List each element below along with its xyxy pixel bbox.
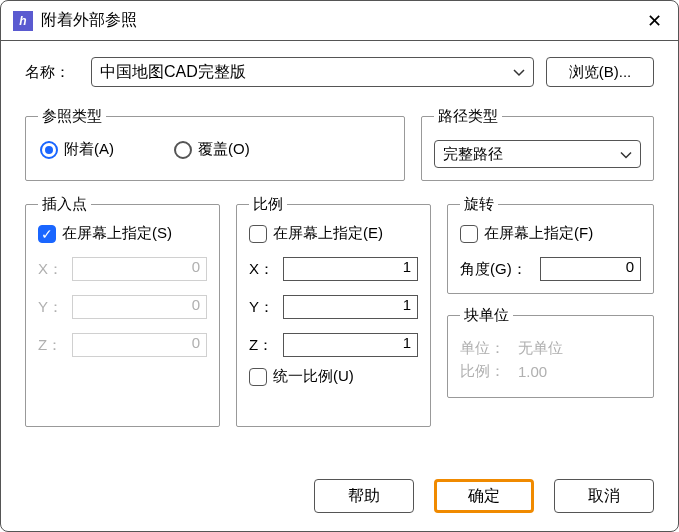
browse-button-label: 浏览(B)... [569, 63, 632, 82]
uniform-scale-label: 统一比例(U) [273, 367, 354, 386]
angle-input[interactable]: 0 [540, 257, 641, 281]
block-unit-unit-value: 无单位 [518, 339, 563, 358]
overlay-radio-label: 覆盖(O) [198, 140, 250, 159]
angle-label: 角度(G)： [460, 260, 534, 279]
insert-x-row: X： 0 [38, 257, 207, 281]
title-bar: h 附着外部参照 ✕ [1, 1, 678, 41]
app-icon: h [13, 11, 33, 31]
scale-legend: 比例 [249, 195, 287, 214]
ok-button[interactable]: 确定 [434, 479, 534, 513]
close-icon[interactable]: ✕ [642, 9, 666, 33]
rotate-onscreen-label: 在屏幕上指定(F) [484, 224, 593, 243]
path-type-value: 完整路径 [443, 145, 503, 164]
block-unit-group: 块单位 单位： 无单位 比例： 1.00 [447, 306, 654, 398]
rotate-onscreen-checkbox[interactable]: 在屏幕上指定(F) [460, 224, 641, 243]
insert-y-row: Y： 0 [38, 295, 207, 319]
scale-group: 比例 在屏幕上指定(E) X： 1 Y： 1 Z： [236, 195, 431, 427]
scale-x-row: X： 1 [249, 257, 418, 281]
scale-x-input[interactable]: 1 [283, 257, 418, 281]
scale-onscreen-label: 在屏幕上指定(E) [273, 224, 383, 243]
scale-z-input[interactable]: 1 [283, 333, 418, 357]
insert-x-label: X： [38, 260, 66, 279]
window-title: 附着外部参照 [41, 10, 642, 31]
block-unit-unit-row: 单位： 无单位 [460, 339, 641, 358]
checkbox-icon: ✓ [38, 225, 56, 243]
attach-radio-label: 附着(A) [64, 140, 114, 159]
scale-onscreen-checkbox[interactable]: 在屏幕上指定(E) [249, 224, 418, 243]
ok-button-label: 确定 [468, 486, 500, 507]
angle-row: 角度(G)： 0 [460, 257, 641, 281]
scale-z-row: Z： 1 [249, 333, 418, 357]
block-unit-scale-row: 比例： 1.00 [460, 362, 641, 381]
path-type-legend: 路径类型 [434, 107, 502, 126]
help-button[interactable]: 帮助 [314, 479, 414, 513]
insert-column: 插入点 ✓ 在屏幕上指定(S) X： 0 Y： 0 Z： [25, 195, 220, 427]
path-type-group: 路径类型 完整路径 [421, 107, 654, 181]
overlay-radio[interactable]: 覆盖(O) [174, 140, 250, 159]
scale-z-label: Z： [249, 336, 277, 355]
dialog-body: 名称： 中国地图CAD完整版 浏览(B)... 参照类型 附着(A) [1, 41, 678, 465]
reference-type-group: 参照类型 附着(A) 覆盖(O) [25, 107, 405, 181]
insert-point-legend: 插入点 [38, 195, 91, 214]
insert-y-label: Y： [38, 298, 66, 317]
insert-onscreen-checkbox[interactable]: ✓ 在屏幕上指定(S) [38, 224, 207, 243]
name-row: 名称： 中国地图CAD完整版 浏览(B)... [25, 57, 654, 87]
reference-type-legend: 参照类型 [38, 107, 106, 126]
scale-y-input[interactable]: 1 [283, 295, 418, 319]
name-select[interactable]: 中国地图CAD完整版 [91, 57, 534, 87]
block-unit-unit-label: 单位： [460, 339, 508, 358]
attach-radio[interactable]: 附着(A) [40, 140, 114, 159]
checkbox-icon [249, 225, 267, 243]
path-type-select[interactable]: 完整路径 [434, 140, 641, 168]
chevron-down-icon [620, 146, 632, 163]
cancel-button[interactable]: 取消 [554, 479, 654, 513]
insert-z-input: 0 [72, 333, 207, 357]
checkbox-icon [460, 225, 478, 243]
rotate-column: 旋转 在屏幕上指定(F) 角度(G)： 0 块单位 单位： 无单位 [447, 195, 654, 427]
block-unit-scale-value: 1.00 [518, 363, 547, 380]
insert-y-input: 0 [72, 295, 207, 319]
main-groups-row: 插入点 ✓ 在屏幕上指定(S) X： 0 Y： 0 Z： [25, 195, 654, 427]
reference-type-options: 附着(A) 覆盖(O) [38, 136, 392, 161]
top-groups-row: 参照类型 附着(A) 覆盖(O) 路径类型 完整路径 [25, 107, 654, 181]
scale-x-label: X： [249, 260, 277, 279]
block-unit-scale-label: 比例： [460, 362, 508, 381]
rotate-group: 旋转 在屏幕上指定(F) 角度(G)： 0 [447, 195, 654, 294]
insert-z-row: Z： 0 [38, 333, 207, 357]
checkbox-icon [249, 368, 267, 386]
rotate-legend: 旋转 [460, 195, 498, 214]
name-select-value: 中国地图CAD完整版 [100, 62, 246, 83]
scale-y-row: Y： 1 [249, 295, 418, 319]
help-button-label: 帮助 [348, 486, 380, 507]
block-unit-legend: 块单位 [460, 306, 513, 325]
insert-onscreen-label: 在屏幕上指定(S) [62, 224, 172, 243]
insert-x-input: 0 [72, 257, 207, 281]
radio-icon [40, 141, 58, 159]
uniform-scale-checkbox[interactable]: 统一比例(U) [249, 367, 418, 386]
dialog-window: h 附着外部参照 ✕ 名称： 中国地图CAD完整版 浏览(B)... 参照类型 [0, 0, 679, 532]
footer: 帮助 确定 取消 [1, 465, 678, 531]
scale-column: 比例 在屏幕上指定(E) X： 1 Y： 1 Z： [236, 195, 431, 427]
chevron-down-icon [513, 63, 525, 81]
insert-z-label: Z： [38, 336, 66, 355]
cancel-button-label: 取消 [588, 486, 620, 507]
browse-button[interactable]: 浏览(B)... [546, 57, 654, 87]
scale-y-label: Y： [249, 298, 277, 317]
insert-point-group: 插入点 ✓ 在屏幕上指定(S) X： 0 Y： 0 Z： [25, 195, 220, 427]
name-label: 名称： [25, 63, 79, 82]
radio-icon [174, 141, 192, 159]
